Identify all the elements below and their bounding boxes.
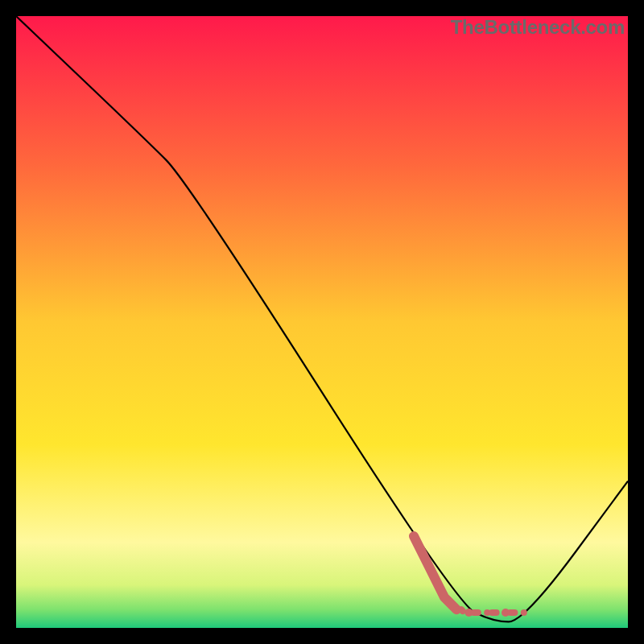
svg-line-2	[461, 609, 463, 611]
gradient-background	[16, 16, 628, 628]
svg-point-7	[521, 609, 527, 616]
chart-plot	[16, 16, 628, 628]
chart-frame: TheBottleneck.com	[16, 16, 628, 628]
